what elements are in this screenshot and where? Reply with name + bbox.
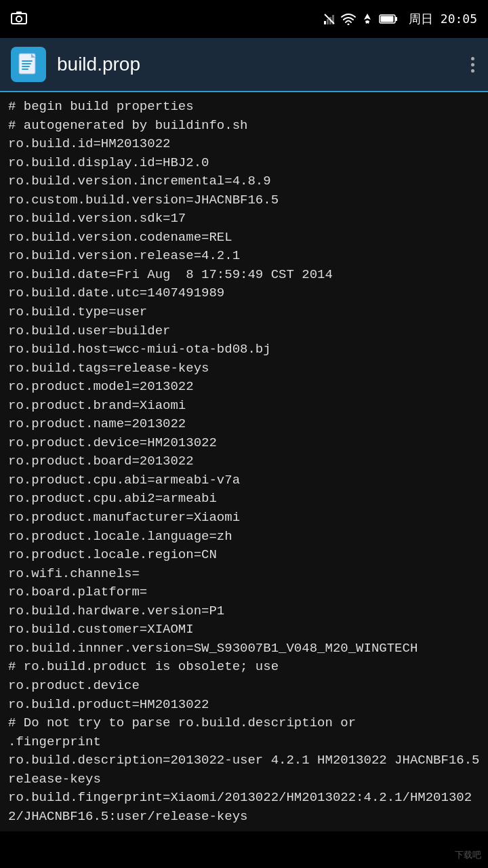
watermark: 下载吧 [455,849,481,861]
overflow-menu-button[interactable] [468,54,477,75]
status-bar: 周日 20:05 [0,0,488,38]
svg-rect-16 [22,68,28,70]
svg-point-1 [16,16,22,22]
battery-icon [379,14,398,24]
wifi-icon [341,13,356,25]
svg-rect-10 [395,17,397,21]
build-prop-text: # begin build properties # autogenerated… [8,98,480,826]
svg-rect-6 [329,17,331,24]
camera-icon [11,11,27,28]
app-title: build.prop [57,54,140,75]
title-bar: build.prop [0,38,488,92]
signal-icon [323,13,336,25]
svg-rect-2 [16,12,22,14]
svg-rect-7 [332,15,334,24]
svg-rect-14 [22,63,31,64]
svg-rect-4 [324,21,326,24]
status-icons: 周日 20:05 [323,11,477,27]
airplane-icon [361,13,373,25]
svg-rect-15 [22,66,30,67]
svg-rect-11 [380,16,393,22]
file-icon [16,52,41,77]
svg-rect-13 [22,60,33,62]
app-icon [11,47,46,82]
svg-point-8 [347,24,349,26]
file-content: # begin build properties # autogenerated… [0,92,488,831]
svg-rect-5 [327,19,329,24]
status-time: 周日 20:05 [409,11,477,27]
